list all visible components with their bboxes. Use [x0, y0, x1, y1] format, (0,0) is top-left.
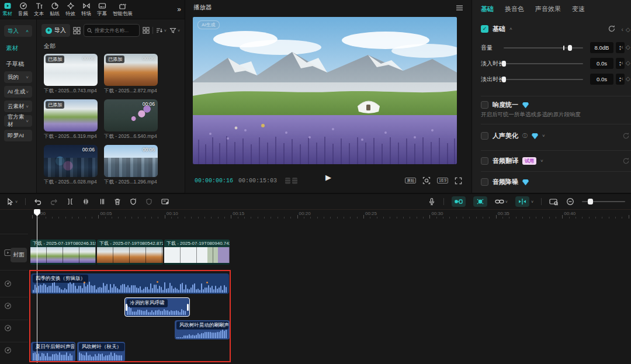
audio-track-icon[interactable] [4, 346, 12, 354]
note-edit-icon[interactable] [161, 197, 169, 206]
main-track-magnet-toggle[interactable] [452, 196, 466, 207]
split-left-icon[interactable] [82, 197, 90, 206]
fade-in-value[interactable]: 0.0s [590, 58, 613, 69]
timeline-zoom-slider[interactable] [582, 201, 625, 202]
fit-screen-icon[interactable] [422, 176, 431, 185]
video-clip[interactable]: 下载 - 2025-07-19T080940.743. [164, 240, 230, 265]
voice-beautify-checkbox[interactable]: ✓ [481, 132, 488, 140]
tab-captions[interactable]: 字幕 [97, 2, 107, 18]
audio-track-icon[interactable] [4, 302, 12, 310]
fade-out-slider[interactable] [504, 79, 583, 80]
linkage-toggle[interactable]: ˅ [495, 198, 508, 205]
tab-media[interactable]: 素材 [2, 2, 12, 18]
media-item[interactable]: 已添加 00:06 下载 - 2025...0.743.mp4 [44, 54, 98, 95]
media-item[interactable]: 已添加 下载 - 2025...6.319.mp4 [44, 99, 98, 140]
auto-snap-toggle[interactable] [473, 196, 487, 207]
fade-out-value[interactable]: 0.0s [590, 74, 613, 85]
preview-axis-toggle[interactable]: ˅ [515, 196, 533, 207]
video-clip[interactable]: 下载 - 2025-07-19T080246.319. [30, 240, 96, 265]
video-preview[interactable]: AI生成 [193, 17, 457, 164]
volume-value[interactable]: 8.0dB [590, 42, 613, 53]
search-input[interactable] [95, 27, 136, 33]
quality-button[interactable]: 原始 [405, 178, 416, 184]
loudness-checkbox[interactable]: ✓ [481, 101, 488, 109]
media-item[interactable]: 00:06 下载 - 2025...6.540.mp4 [104, 99, 158, 140]
keyframe-controls[interactable]: ‹◇› [622, 26, 631, 33]
trim-handle-right[interactable] [187, 304, 189, 311]
toolbar-more-icon[interactable]: » [177, 5, 180, 13]
tab-smart-pack[interactable]: 智能包装 [113, 2, 133, 18]
audio-clip[interactable]: 风吹树叶（秋天） [77, 342, 125, 362]
sidebar-item-dreamina[interactable]: 即梦AI [4, 130, 32, 141]
tab-basic[interactable]: 基础 [481, 5, 494, 13]
keyframe-controls[interactable]: ‹◇› [622, 60, 631, 66]
chevron-down-icon[interactable]: ˅ [542, 133, 545, 138]
tab-transition[interactable]: 转场 [81, 2, 91, 18]
sidebar-item-material[interactable]: 素材 [6, 44, 36, 53]
info-icon[interactable]: ⓘ [522, 132, 528, 140]
mask-shield-icon[interactable] [145, 197, 153, 206]
reset-icon[interactable] [622, 132, 630, 140]
redo-icon[interactable] [50, 197, 58, 206]
keyframe-controls[interactable]: ‹◇› [622, 44, 631, 50]
grid-view-icon[interactable] [143, 27, 150, 34]
menu-icon[interactable] [456, 5, 463, 11]
keyframe-controls[interactable]: ‹◇› [622, 75, 631, 82]
chevron-down-icon: ˅ [26, 75, 29, 80]
tab-sound-effects[interactable]: 声音效果 [535, 5, 561, 13]
filter-icon[interactable]: ˅ [169, 27, 180, 34]
media-search-box[interactable] [84, 24, 140, 37]
sort-icon[interactable]: ˅ [156, 27, 167, 34]
tab-speed[interactable]: 变速 [572, 5, 585, 13]
sidebar-item-cloud[interactable]: 云素材˅ [4, 100, 32, 112]
audio-clip[interactable]: 风吹树叶晃动的唰唰声 [175, 320, 230, 339]
cover-button[interactable]: 封面 [11, 248, 27, 262]
video-clip[interactable]: 下载 - 2025-07-19T080542.872. [97, 240, 163, 265]
audio-track-icon[interactable] [4, 324, 12, 332]
audio-clip-selected[interactable]: 冷冽的寒风呼啸 [124, 297, 190, 317]
preview-frame [193, 17, 457, 164]
noise-reduction-checkbox[interactable]: ✓ [481, 178, 488, 186]
delete-icon[interactable] [113, 197, 122, 206]
audio-clip[interactable]: 四季的变换（剪辑版） [31, 273, 229, 294]
audio-translate-checkbox[interactable]: ✓ [481, 157, 488, 165]
screen-preview-icon[interactable] [549, 198, 559, 206]
media-item[interactable]: 00:06 下载 - 2025...1.296.mp4 [104, 145, 158, 186]
split-icon[interactable] [66, 197, 74, 206]
zoom-out-icon[interactable] [566, 197, 574, 206]
sidebar-item-ai-generate[interactable]: AI 生成˅ [4, 86, 32, 98]
sidebar-item-official[interactable]: 官方素材˅ [4, 115, 32, 127]
volume-slider[interactable] [504, 47, 583, 48]
select-tool-icon[interactable]: ˅ [6, 197, 18, 206]
sidebar-item-mine[interactable]: 我的˅ [4, 71, 32, 83]
fullscreen-icon[interactable] [455, 177, 462, 185]
microphone-icon[interactable] [428, 197, 436, 206]
fade-in-slider[interactable] [504, 63, 583, 64]
reset-icon[interactable] [608, 25, 616, 33]
media-item[interactable]: 已添加 00:06 下载 - 2025...2.872.mp4 [104, 54, 158, 95]
freeze-shield-icon[interactable] [129, 197, 137, 206]
sidebar-item-subdraft[interactable]: 子草稿 [6, 60, 36, 68]
tab-audio[interactable]: 音频 [18, 2, 28, 18]
split-view-icon[interactable] [73, 27, 81, 34]
audio-track-icon[interactable] [4, 280, 12, 287]
tab-sticker[interactable]: 贴纸 [50, 2, 60, 18]
tab-text[interactable]: 文本 [34, 2, 44, 18]
ratio-button[interactable]: 16:9 [437, 178, 448, 184]
play-button[interactable]: ▶ [325, 173, 331, 182]
reset-icon[interactable] [622, 157, 630, 165]
chevron-down-icon[interactable]: ˅ [540, 158, 543, 164]
media-item[interactable]: 00:06 下载 - 2025...6.028.mp4 [44, 145, 98, 186]
split-right-icon[interactable] [98, 197, 106, 206]
tab-effects[interactable]: 特效 [65, 2, 75, 18]
sidebar-item-import[interactable]: 导入 ˄ [4, 25, 32, 37]
collapse-icon[interactable]: ˄ [509, 26, 512, 32]
undo-icon[interactable] [33, 197, 42, 206]
timeline-ruler[interactable]: 00:0000:0500:1000:1500:2000:2500:3000:35… [0, 209, 631, 219]
basic-section-checkbox[interactable]: ✓ [481, 25, 488, 33]
audio-clip[interactable]: 夏日午后蝉叫声音效 [31, 342, 75, 362]
import-button[interactable]: + 导入 [41, 24, 70, 37]
compare-view-icon[interactable] [285, 178, 297, 184]
tab-voice-change[interactable]: 换音色 [505, 5, 524, 13]
trim-handle-left[interactable] [126, 304, 127, 311]
